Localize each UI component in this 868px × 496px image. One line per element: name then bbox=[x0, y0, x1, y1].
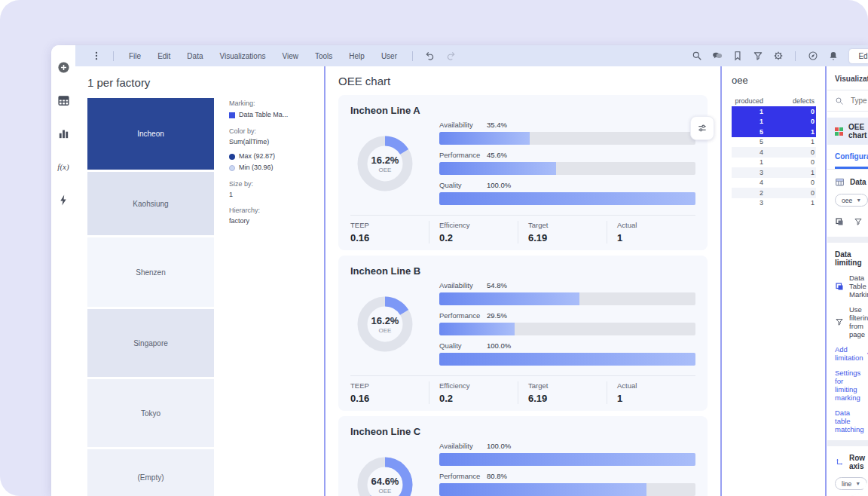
stat-label: Actual bbox=[617, 221, 695, 229]
metric-bars: Availability100.0%Performance80.8%Qualit… bbox=[439, 442, 695, 496]
chart-settings-button[interactable] bbox=[690, 116, 714, 140]
oee-percent-value: 16.2% bbox=[371, 155, 399, 166]
menu-edit[interactable]: Edit bbox=[149, 52, 179, 60]
actions-icon[interactable] bbox=[57, 193, 70, 207]
oee-chart-mosaic-icon bbox=[835, 127, 843, 136]
metric-bar-performance: Performance45.6% bbox=[439, 151, 695, 175]
add-limitation-link[interactable]: Add limitation ▼ bbox=[835, 345, 860, 362]
metric-label: Quality bbox=[439, 341, 487, 350]
metric-value: 45.6% bbox=[487, 151, 507, 159]
metric-bar-availability: Availability100.0% bbox=[439, 442, 695, 466]
metric-label: Performance bbox=[439, 151, 487, 159]
treemap-block-singapore[interactable]: Singapore bbox=[87, 309, 214, 377]
cell-produced: 4 bbox=[732, 179, 763, 186]
table-row[interactable]: 51 bbox=[732, 137, 816, 148]
bar-track bbox=[439, 192, 695, 205]
color-by-label: Color by: bbox=[229, 127, 288, 136]
bar-track bbox=[439, 162, 695, 175]
cell-defects: 1 bbox=[763, 169, 816, 176]
table-row[interactable]: 10 bbox=[732, 158, 816, 168]
table-row[interactable]: 10 bbox=[732, 106, 816, 117]
table-row[interactable]: 40 bbox=[732, 147, 816, 158]
marking-swatch-icon bbox=[229, 112, 235, 118]
cell-defects: 0 bbox=[763, 148, 816, 156]
oee-table-title: oee bbox=[732, 75, 816, 86]
visualizations-icon[interactable] bbox=[57, 127, 70, 140]
oee-donut-chart: 16.2%OEE bbox=[350, 289, 420, 359]
cell-defects: 1 bbox=[763, 199, 816, 207]
cell-produced: 1 bbox=[732, 158, 763, 166]
menu-tools[interactable]: Tools bbox=[307, 52, 341, 60]
table-row[interactable]: 20 bbox=[732, 188, 816, 198]
table-row[interactable]: 31 bbox=[732, 198, 816, 209]
menu-file[interactable]: File bbox=[121, 52, 149, 60]
menu-help[interactable]: Help bbox=[341, 52, 373, 60]
card-stats: TEEP0.16Efficiency0.2Target6.19Actual1 bbox=[350, 375, 695, 404]
metric-bars: Availability54.8%Performance29.5%Quality… bbox=[439, 281, 695, 367]
oee-donut-chart: 64.6%OEE bbox=[350, 450, 420, 496]
marking-row[interactable]: Data Table Ma... bbox=[229, 111, 288, 119]
menu-user[interactable]: User bbox=[373, 52, 405, 60]
column-header-defects[interactable]: defects bbox=[763, 97, 816, 105]
cell-defects: 0 bbox=[763, 118, 816, 125]
metric-bar-availability: Availability35.4% bbox=[439, 121, 695, 145]
tab-configuration[interactable]: Configuration bbox=[835, 152, 868, 169]
add-icon[interactable] bbox=[57, 60, 70, 74]
kebab-menu-icon[interactable] bbox=[90, 51, 102, 62]
treemap-block-incheon[interactable]: Incheon bbox=[87, 98, 214, 170]
stat-teep: TEEP0.16 bbox=[350, 381, 429, 404]
menu-view[interactable]: View bbox=[274, 52, 307, 60]
treemap-block-tokyo[interactable]: Tokyo bbox=[87, 379, 214, 447]
toolbar-divider bbox=[795, 51, 796, 61]
data-limiting-filter-row[interactable]: Use filtering from page bbox=[835, 305, 860, 338]
data-table-matching-link[interactable]: Data table matching bbox=[835, 409, 860, 433]
metric-value: 100.0% bbox=[487, 442, 511, 450]
stat-label: Efficiency bbox=[439, 221, 518, 229]
data-limiting-marking-row[interactable]: Data Table Marking bbox=[835, 274, 860, 299]
bar-track bbox=[439, 453, 695, 466]
menu-visualizations[interactable]: Visualizations bbox=[211, 52, 274, 60]
selected-visualization-item[interactable]: OEE chart bbox=[827, 118, 868, 145]
compass-icon[interactable] bbox=[807, 51, 818, 62]
cell-defects: 1 bbox=[763, 128, 816, 136]
stat-label: Efficiency bbox=[439, 381, 518, 390]
metric-value: 100.0% bbox=[487, 341, 511, 350]
filter-mode-icon[interactable] bbox=[854, 217, 863, 226]
marking-mode-icon[interactable] bbox=[835, 217, 844, 226]
undo-icon[interactable] bbox=[424, 51, 436, 62]
table-row[interactable]: 40 bbox=[732, 178, 816, 188]
data-limiting-section: Data limiting Data Table Marking Use fil… bbox=[827, 243, 868, 440]
bar-fill bbox=[439, 483, 646, 496]
treemap-block-shenzen[interactable]: Shenzen bbox=[87, 237, 214, 307]
filter-icon[interactable] bbox=[752, 51, 763, 62]
line-name: Incheon Line A bbox=[350, 105, 695, 116]
properties-search-input[interactable] bbox=[849, 96, 868, 106]
column-header-produced[interactable]: produced bbox=[732, 97, 763, 105]
menu-data[interactable]: Data bbox=[179, 52, 211, 60]
redo-icon[interactable] bbox=[445, 51, 456, 62]
metric-bar-quality: Quality100.0% bbox=[439, 341, 695, 366]
oee-percent-value: 64.6% bbox=[371, 476, 399, 487]
treemap-block-empty[interactable]: (Empty) bbox=[87, 449, 214, 496]
stat-value: 6.19 bbox=[528, 232, 607, 243]
oee-donut-sublabel: OEE bbox=[379, 488, 392, 494]
table-row[interactable]: 31 bbox=[732, 167, 816, 178]
gear-icon[interactable] bbox=[772, 51, 784, 62]
bookmark-icon[interactable] bbox=[732, 51, 743, 62]
table-row[interactable]: 51 bbox=[732, 127, 816, 137]
bell-icon[interactable] bbox=[827, 51, 839, 62]
data-table-icon[interactable] bbox=[57, 93, 70, 107]
editing-mode-button[interactable]: Editing bbox=[849, 49, 868, 63]
table-row[interactable]: 10 bbox=[732, 117, 816, 127]
axis-expression-pill[interactable]: line▼ bbox=[835, 477, 867, 490]
factory-treemap: IncheonKaohsiungShenzenSingaporeTokyo(Em… bbox=[87, 98, 214, 496]
legend-max-row: Max (92.87) bbox=[229, 152, 288, 161]
data-table-pill[interactable]: oee▼ bbox=[835, 194, 868, 207]
limiting-marking-settings-link[interactable]: Settings for limiting marking bbox=[835, 369, 860, 402]
cell-produced: 4 bbox=[732, 148, 763, 156]
search-icon[interactable] bbox=[691, 51, 702, 62]
treemap-block-kaohsiung[interactable]: Kaohsiung bbox=[87, 172, 214, 235]
comments-icon[interactable] bbox=[711, 51, 723, 62]
stat-label: Target bbox=[528, 221, 607, 229]
functions-icon[interactable]: f(x) bbox=[57, 160, 70, 173]
